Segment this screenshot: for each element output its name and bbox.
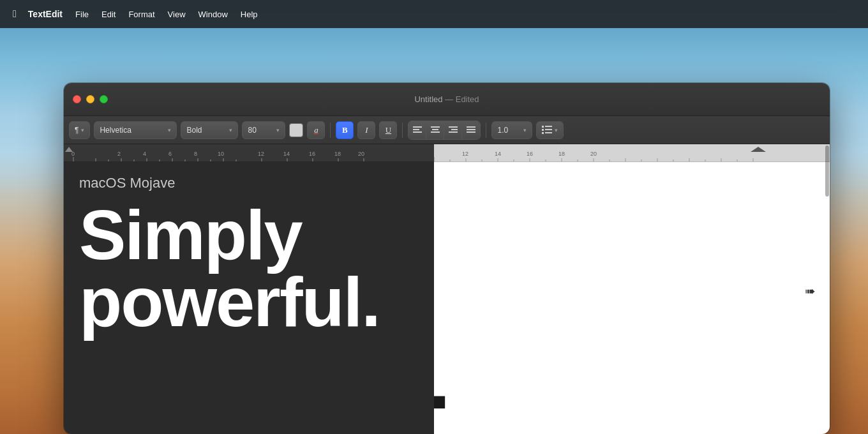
- svg-rect-8: [449, 131, 458, 133]
- align-left-icon: [413, 126, 422, 134]
- menubar-view[interactable]: View: [161, 7, 192, 22]
- svg-rect-17: [545, 132, 552, 133]
- paragraph-icon: ¶: [75, 126, 79, 135]
- align-center-icon: [431, 126, 440, 134]
- mouse-cursor: ➠: [805, 283, 816, 299]
- svg-text:16: 16: [527, 151, 533, 157]
- bold-button[interactable]: B: [336, 121, 354, 139]
- paragraph-style-button[interactable]: ¶ ▾: [69, 121, 90, 139]
- svg-rect-11: [467, 131, 475, 133]
- line-spacing-selector[interactable]: 1.0 ▾: [491, 121, 532, 139]
- italic-button[interactable]: I: [357, 121, 375, 139]
- list-button[interactable]: ▾: [536, 121, 564, 139]
- menubar:  TextEdit File Edit Format View Window …: [0, 0, 868, 28]
- document-title-simply: Simply: [79, 202, 419, 269]
- svg-rect-13: [545, 126, 552, 127]
- separator-1: [330, 123, 331, 138]
- svg-rect-0: [413, 126, 422, 128]
- window-title: Untitled — Edited: [414, 94, 479, 104]
- size-chevron: ▾: [276, 127, 280, 133]
- light-ruler: 12 14 16 18 20: [434, 144, 830, 162]
- svg-text:12: 12: [258, 151, 264, 157]
- font-selector[interactable]: Helvetica ▾: [94, 121, 177, 139]
- font-size-selector[interactable]: 80 ▾: [242, 121, 285, 139]
- textedit-window: Untitled — Edited ¶ ▾ Helvetica ▾ Bold ▾…: [64, 83, 830, 434]
- svg-text:10: 10: [218, 151, 224, 157]
- window-content: 0 2 4 6 8: [64, 144, 830, 434]
- font-chevron: ▾: [168, 127, 171, 133]
- scrollbar-thumb[interactable]: [825, 146, 829, 197]
- align-center-button[interactable]: [426, 121, 444, 139]
- document-subtitle: macOS Mojave: [79, 175, 419, 191]
- svg-rect-12: [542, 126, 544, 128]
- toolbar: ¶ ▾ Helvetica ▾ Bold ▾ 80 ▾ a B I U: [64, 116, 830, 144]
- menubar-edit[interactable]: Edit: [95, 7, 122, 22]
- svg-rect-3: [431, 126, 440, 128]
- overflow-text: .: [434, 338, 449, 421]
- svg-rect-7: [451, 129, 458, 130]
- traffic-lights: [73, 95, 108, 103]
- align-justify-icon: [467, 126, 475, 134]
- maximize-button[interactable]: [100, 95, 108, 103]
- svg-text:20: 20: [590, 151, 597, 157]
- svg-text:14: 14: [283, 151, 290, 157]
- svg-rect-5: [431, 131, 440, 133]
- minimize-button[interactable]: [86, 95, 94, 103]
- alignment-group: [408, 121, 481, 140]
- text-color-button[interactable]: a: [307, 121, 325, 139]
- paragraph-chevron: ▾: [81, 127, 84, 133]
- svg-text:18: 18: [334, 151, 341, 157]
- list-chevron: ▾: [555, 127, 558, 133]
- svg-text:16: 16: [309, 151, 315, 157]
- menubar-window[interactable]: Window: [192, 7, 234, 22]
- underline-button[interactable]: U: [379, 121, 397, 139]
- svg-text:18: 18: [558, 151, 565, 157]
- close-button[interactable]: [73, 95, 81, 103]
- list-icon: [542, 126, 552, 135]
- menubar-file[interactable]: File: [69, 7, 95, 22]
- menubar-textedit[interactable]: TextEdit: [22, 6, 69, 22]
- svg-rect-15: [545, 129, 552, 130]
- font-weight-selector[interactable]: Bold ▾: [181, 121, 238, 139]
- svg-rect-14: [542, 129, 544, 131]
- scrollbar[interactable]: [825, 144, 830, 434]
- titlebar: Untitled — Edited: [64, 83, 830, 116]
- dark-document-text: macOS Mojave Simply powerful.: [64, 162, 434, 348]
- dark-document-pane[interactable]: 0 2 4 6 8: [64, 144, 434, 434]
- separator-2: [402, 123, 403, 138]
- svg-rect-10: [467, 129, 475, 130]
- svg-rect-16: [542, 132, 544, 134]
- svg-text:12: 12: [462, 151, 468, 157]
- color-swatch[interactable]: [289, 123, 303, 137]
- align-right-button[interactable]: [444, 121, 462, 139]
- svg-rect-2: [413, 131, 422, 133]
- menubar-format[interactable]: Format: [122, 7, 161, 22]
- align-left-button[interactable]: [408, 121, 426, 139]
- svg-rect-4: [432, 129, 438, 130]
- align-justify-button[interactable]: [462, 121, 480, 139]
- svg-text:2: 2: [117, 151, 121, 157]
- svg-text:8: 8: [194, 151, 197, 157]
- svg-rect-6: [449, 126, 458, 128]
- light-ruler-svg: 12 14 16 18 20: [434, 144, 830, 161]
- svg-text:20: 20: [358, 151, 364, 157]
- light-document-pane[interactable]: 12 14 16 18 20: [434, 144, 830, 434]
- svg-rect-48: [434, 144, 830, 161]
- align-right-icon: [449, 126, 458, 134]
- svg-text:4: 4: [143, 151, 146, 157]
- svg-rect-9: [467, 126, 475, 128]
- svg-rect-1: [413, 129, 419, 130]
- separator-3: [486, 123, 486, 138]
- menubar-help[interactable]: Help: [234, 7, 264, 22]
- svg-text:14: 14: [495, 151, 501, 157]
- apple-icon: : [13, 8, 17, 19]
- spacing-chevron: ▾: [523, 127, 527, 133]
- document-title-powerful: powerful.: [79, 269, 419, 336]
- weight-chevron: ▾: [229, 127, 232, 133]
- dark-ruler: 0 2 4 6 8: [64, 144, 434, 162]
- svg-text:0: 0: [71, 151, 75, 157]
- svg-text:6: 6: [168, 151, 172, 157]
- dark-ruler-svg: 0 2 4 6 8: [64, 144, 434, 161]
- apple-menu[interactable]: : [8, 6, 22, 22]
